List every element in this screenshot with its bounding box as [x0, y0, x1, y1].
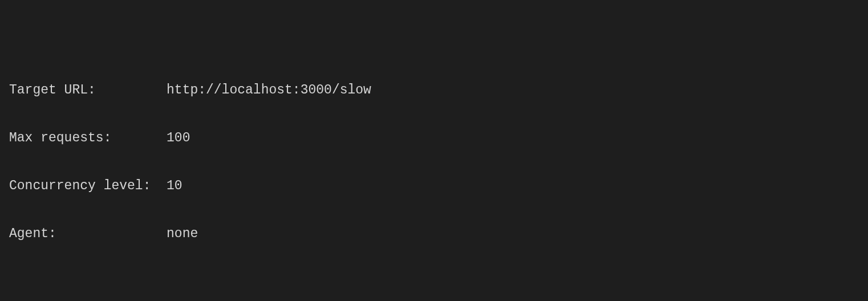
value-target-url: http://localhost:3000/slow	[167, 82, 371, 98]
value-concurrency: 10	[167, 178, 182, 194]
label-target-url: Target URL:	[9, 82, 167, 98]
label-agent: Agent:	[9, 226, 167, 242]
label-max-requests: Max requests:	[9, 130, 167, 146]
terminal-output: Target URL:http://localhost:3000/slow Ma…	[0, 0, 868, 301]
config-agent: Agent:none	[9, 226, 859, 242]
config-max-requests: Max requests:100	[9, 130, 859, 146]
config-target-url: Target URL:http://localhost:3000/slow	[9, 82, 859, 98]
config-concurrency: Concurrency level:10	[9, 178, 859, 194]
value-max-requests: 100	[167, 130, 190, 146]
value-agent: none	[167, 226, 198, 242]
label-concurrency: Concurrency level:	[9, 178, 167, 194]
